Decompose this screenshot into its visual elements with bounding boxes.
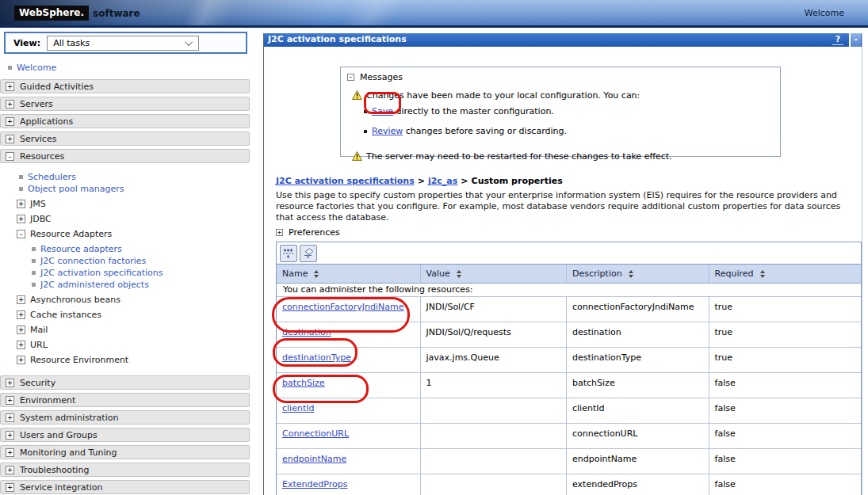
sidebar-link-schedulers[interactable]: Schedulers xyxy=(28,172,76,182)
show-filter-icon xyxy=(283,248,294,259)
expand-icon[interactable]: + xyxy=(17,295,25,304)
sort-icon[interactable] xyxy=(457,270,461,278)
properties-table: Name Value Description Required xyxy=(276,242,862,495)
view-select[interactable]: All tasks xyxy=(47,36,199,51)
sidebar-item-object-pool-managers[interactable]: Object pool managers xyxy=(0,184,250,194)
property-link-destinationType[interactable]: destinationType xyxy=(282,352,351,363)
section-label: Security xyxy=(20,378,55,388)
branch-label: JMS xyxy=(30,199,46,209)
sidebar-branch-url[interactable]: + URL xyxy=(0,340,250,350)
branch-label: URL xyxy=(30,340,48,350)
sidebar-branch-jms[interactable]: + JMS xyxy=(0,199,250,209)
sidebar-section-troubleshooting[interactable]: + Troubleshooting xyxy=(0,463,250,477)
sidebar-section-service-integration[interactable]: + Service integration xyxy=(0,480,250,494)
top-banner: WebSphere. software Welcome xyxy=(0,0,868,28)
expand-icon[interactable]: + xyxy=(6,82,14,91)
expand-icon[interactable]: + xyxy=(17,200,25,208)
sidebar-branch-mail[interactable]: + Mail xyxy=(0,325,250,335)
property-link-connectionFactoryJndiName[interactable]: connectionFactoryJndiName xyxy=(282,302,404,312)
sidebar-section-applications[interactable]: + Applications xyxy=(0,114,250,128)
cell-required: false xyxy=(709,474,861,495)
cell-description: endpointName xyxy=(567,449,709,474)
sidebar-item-schedulers[interactable]: Schedulers xyxy=(0,172,250,182)
resources-children: Schedulers Object pool managers + JMS + … xyxy=(0,166,250,375)
sidebar-link-j2c-activation-specifications[interactable]: J2C activation specifications xyxy=(40,268,163,278)
property-link-ConnectionURL[interactable]: ConnectionURL xyxy=(282,428,349,439)
expand-icon[interactable]: + xyxy=(17,326,25,334)
expand-icon[interactable]: + xyxy=(6,117,14,126)
review-link[interactable]: Review xyxy=(372,126,403,136)
view-label: View: xyxy=(13,38,40,48)
sidebar-item-j2c-administered-objects[interactable]: J2C administered objects xyxy=(0,280,250,290)
expand-icon[interactable]: + xyxy=(6,448,14,457)
bullet-icon xyxy=(32,283,36,287)
expand-icon[interactable]: + xyxy=(6,483,14,492)
sidebar-branch-resource-environment[interactable]: + Resource Environment xyxy=(0,355,250,365)
preferences-toggle[interactable]: + Preferences xyxy=(276,227,340,238)
sort-icon[interactable] xyxy=(760,270,765,278)
show-filter-button[interactable] xyxy=(280,245,297,262)
save-link[interactable]: Save xyxy=(372,106,393,116)
sidebar-item-welcome[interactable]: Welcome xyxy=(0,62,250,73)
view-select-value: All tasks xyxy=(53,38,90,48)
property-link-clientId[interactable]: clientId xyxy=(282,403,314,413)
expand-icon[interactable]: + xyxy=(6,379,14,387)
expand-icon[interactable]: + xyxy=(17,310,25,319)
sidebar-section-monitoring-and-tuning[interactable]: + Monitoring and Tuning xyxy=(0,445,250,459)
sidebar-branch-cache-instances[interactable]: + Cache instances xyxy=(0,310,250,320)
clear-filter-button[interactable] xyxy=(300,245,317,262)
sidebar-section-environment[interactable]: + Environment xyxy=(0,393,250,407)
cell-value: 1 xyxy=(421,373,568,398)
column-header-name: Name xyxy=(277,265,421,283)
sidebar-section-system-administration[interactable]: + System administration xyxy=(0,410,250,425)
sidebar-section-security[interactable]: + Security xyxy=(0,375,250,390)
expand-icon[interactable]: + xyxy=(6,431,14,440)
sidebar-section-services[interactable]: + Services xyxy=(0,131,250,146)
property-link-destination[interactable]: destination xyxy=(282,327,331,337)
expand-icon[interactable]: + xyxy=(276,229,283,236)
expand-icon[interactable]: + xyxy=(6,396,14,405)
sidebar-section-guided-activities[interactable]: + Guided Activities xyxy=(0,79,250,93)
collapse-icon[interactable]: - xyxy=(17,230,25,238)
sidebar-section-servers[interactable]: + Servers xyxy=(0,97,250,111)
sidebar-branch-resource-adapters[interactable]: - Resource Adapters xyxy=(0,229,250,239)
breadcrumb-link-j2c-as[interactable]: j2c_as xyxy=(428,176,457,186)
section-label: Service integration xyxy=(20,482,103,493)
property-link-endpointName[interactable]: endpointName xyxy=(282,454,346,464)
sidebar-section-users-and-groups[interactable]: + Users and Groups xyxy=(0,428,250,442)
expand-icon[interactable]: + xyxy=(6,100,14,109)
sort-icon[interactable] xyxy=(629,270,633,278)
collapse-icon[interactable]: - xyxy=(6,152,14,161)
breadcrumb-link-j2c-activation-specifications[interactable]: J2C activation specifications xyxy=(276,176,415,186)
help-button[interactable]: ? xyxy=(832,33,843,45)
cell-description: connectionURL xyxy=(567,424,709,448)
property-link-batchSize[interactable]: batchSize xyxy=(282,378,325,388)
sidebar-item-j2c-connection-factories[interactable]: J2C connection factories xyxy=(0,256,250,266)
property-link-ExtendedProps[interactable]: ExtendedProps xyxy=(282,479,347,489)
collapse-icon[interactable]: - xyxy=(347,74,354,81)
sort-icon[interactable] xyxy=(314,270,319,278)
expand-icon[interactable]: + xyxy=(6,413,14,422)
expand-icon[interactable]: + xyxy=(17,215,25,223)
sidebar-link-j2c-administered-objects[interactable]: J2C administered objects xyxy=(40,280,149,290)
minimize-button[interactable]: - xyxy=(849,33,861,47)
sidebar-branch-asynchronous-beans[interactable]: + Asynchronous beans xyxy=(0,295,250,305)
bullet-icon xyxy=(32,247,36,251)
expand-icon[interactable]: + xyxy=(6,466,14,474)
section-label: Users and Groups xyxy=(20,430,98,440)
expand-icon[interactable]: + xyxy=(6,135,14,143)
expand-icon[interactable]: + xyxy=(17,356,25,364)
sidebar-branch-jdbc[interactable]: + JDBC xyxy=(0,214,250,224)
expand-icon[interactable]: + xyxy=(17,341,25,349)
sidebar-item-j2c-activation-specifications[interactable]: J2C activation specifications xyxy=(0,268,250,278)
sidebar-link-welcome[interactable]: Welcome xyxy=(17,63,56,73)
sidebar-link-resource-adapters[interactable]: Resource adapters xyxy=(40,244,122,254)
sidebar-link-j2c-connection-factories[interactable]: J2C connection factories xyxy=(40,256,146,266)
sidebar-item-resource-adapters[interactable]: Resource adapters xyxy=(0,244,250,254)
view-filter-box: View: All tasks xyxy=(4,32,247,54)
sidebar-link-object-pool-managers[interactable]: Object pool managers xyxy=(28,184,124,194)
cell-description: clientId xyxy=(567,398,709,423)
table-caption: You can administer the following resourc… xyxy=(277,284,861,297)
table-row: ExtendedProps extendedProps false xyxy=(277,474,861,495)
sidebar-section-resources[interactable]: - Resources xyxy=(0,149,250,163)
